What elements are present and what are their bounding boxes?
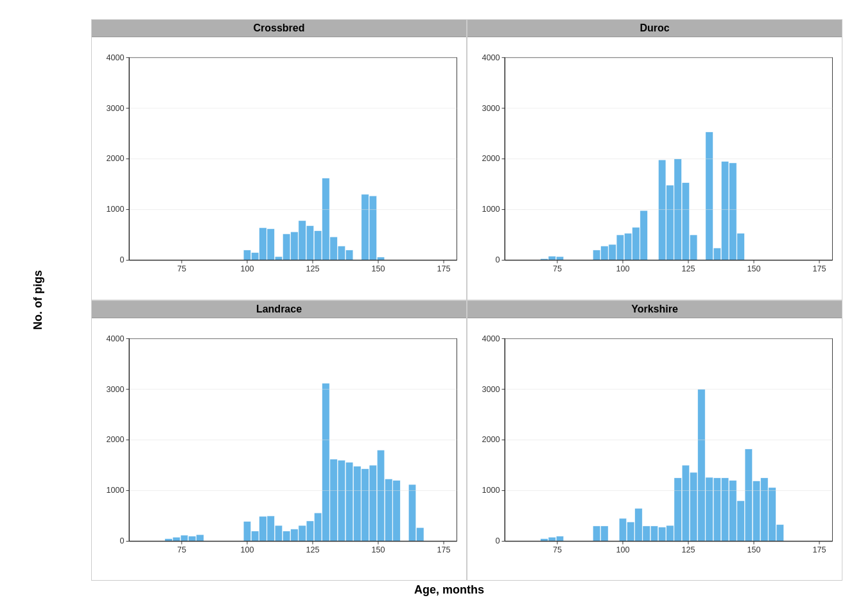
svg-rect-157	[643, 526, 650, 541]
svg-rect-57	[667, 185, 674, 261]
svg-text:75: 75	[177, 545, 186, 554]
x-axis-label: Age, months	[414, 583, 484, 596]
svg-rect-158	[650, 526, 658, 541]
svg-rect-11	[322, 178, 329, 261]
svg-text:4000: 4000	[482, 334, 500, 343]
svg-rect-154	[619, 518, 626, 541]
svg-text:4000: 4000	[106, 334, 124, 343]
svg-rect-172	[761, 477, 768, 541]
svg-rect-174	[776, 524, 783, 541]
y-axis-label: No. of pigs	[31, 270, 45, 330]
svg-text:175: 175	[437, 264, 450, 273]
svg-text:0: 0	[119, 255, 124, 264]
svg-rect-164	[698, 389, 705, 541]
svg-rect-152	[593, 526, 600, 541]
svg-rect-55	[640, 210, 647, 260]
svg-text:150: 150	[371, 545, 385, 554]
svg-rect-170	[745, 449, 752, 541]
svg-text:1000: 1000	[482, 205, 500, 214]
svg-text:0: 0	[495, 536, 500, 545]
svg-rect-159	[658, 527, 665, 541]
svg-text:75: 75	[553, 545, 562, 554]
svg-text:3000: 3000	[482, 104, 500, 113]
svg-rect-101	[259, 516, 266, 541]
svg-rect-9	[306, 226, 313, 261]
svg-rect-6	[283, 234, 290, 260]
svg-rect-108	[314, 513, 321, 541]
svg-rect-64	[729, 163, 737, 261]
svg-rect-63	[721, 162, 728, 261]
svg-text:4000: 4000	[106, 53, 124, 62]
svg-text:2000: 2000	[106, 154, 124, 163]
svg-rect-99	[243, 521, 250, 541]
svg-rect-97	[189, 536, 196, 541]
svg-rect-104	[283, 531, 290, 541]
svg-rect-62	[713, 248, 720, 261]
svg-rect-120	[417, 527, 424, 541]
svg-rect-166	[713, 477, 720, 541]
svg-text:2000: 2000	[482, 435, 500, 444]
plot-crossbred: Crossbred0100020003000400075100125150175	[91, 19, 467, 300]
svg-text:0: 0	[119, 536, 124, 545]
svg-rect-10	[314, 231, 321, 261]
svg-rect-165	[706, 477, 713, 541]
plot-duroc: Duroc0100020003000400075100125150175	[467, 19, 842, 300]
svg-text:75: 75	[553, 264, 562, 273]
svg-rect-119	[408, 484, 415, 541]
svg-rect-96	[180, 535, 187, 542]
svg-text:0: 0	[495, 255, 500, 264]
svg-rect-50	[601, 246, 608, 260]
svg-rect-117	[385, 479, 392, 541]
svg-text:3000: 3000	[106, 384, 124, 393]
svg-rect-54	[632, 227, 640, 260]
svg-rect-168	[729, 480, 737, 541]
svg-rect-156	[635, 508, 642, 541]
svg-rect-116	[377, 450, 384, 541]
svg-rect-155	[627, 522, 634, 541]
svg-rect-47	[548, 256, 555, 260]
svg-text:3000: 3000	[482, 384, 500, 393]
svg-text:75: 75	[177, 264, 186, 273]
svg-rect-107	[306, 520, 313, 541]
svg-rect-105	[291, 529, 298, 541]
panel-title-yorkshire: Yorkshire	[467, 301, 842, 318]
svg-text:125: 125	[306, 545, 319, 554]
svg-rect-65	[737, 234, 744, 261]
svg-rect-118	[393, 480, 400, 541]
svg-rect-5	[275, 257, 282, 261]
svg-rect-171	[753, 481, 760, 541]
panel-title-crossbred: Crossbred	[92, 20, 466, 37]
svg-text:150: 150	[747, 264, 760, 273]
svg-text:1000: 1000	[106, 205, 124, 214]
svg-text:1000: 1000	[106, 486, 124, 495]
svg-rect-2	[251, 253, 258, 261]
svg-text:125: 125	[681, 264, 695, 273]
svg-rect-113	[354, 466, 361, 541]
svg-rect-102	[267, 516, 274, 541]
svg-rect-169	[737, 501, 744, 541]
svg-text:100: 100	[616, 545, 629, 554]
svg-rect-53	[624, 234, 631, 261]
svg-rect-49	[593, 250, 600, 261]
svg-rect-48	[556, 257, 563, 261]
svg-rect-16	[369, 196, 376, 260]
svg-text:175: 175	[437, 545, 450, 554]
svg-text:3000: 3000	[106, 104, 124, 113]
svg-rect-95	[173, 537, 180, 541]
svg-rect-52	[616, 235, 623, 260]
svg-rect-8	[299, 221, 306, 261]
svg-rect-61	[706, 132, 713, 261]
svg-text:4000: 4000	[482, 53, 500, 62]
svg-rect-1	[243, 250, 250, 261]
svg-text:175: 175	[812, 545, 826, 554]
svg-rect-112	[345, 462, 353, 541]
svg-rect-150	[548, 537, 555, 541]
svg-rect-56	[658, 160, 665, 260]
svg-text:150: 150	[747, 545, 760, 554]
svg-rect-4	[267, 229, 274, 261]
svg-rect-111	[338, 460, 345, 541]
svg-rect-173	[769, 487, 776, 541]
svg-text:150: 150	[371, 264, 385, 273]
svg-text:100: 100	[616, 264, 629, 273]
svg-rect-7	[291, 232, 298, 260]
